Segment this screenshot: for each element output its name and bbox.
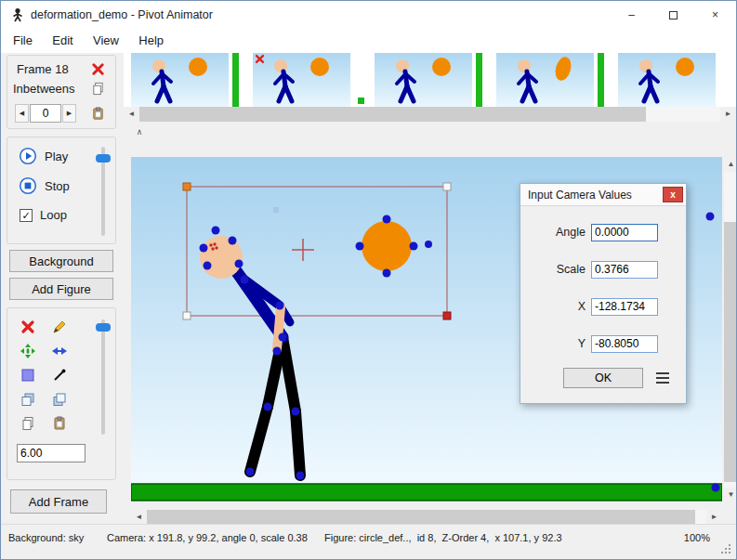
timeline-collapse-button[interactable]: ∧ (131, 127, 148, 140)
frame-group: Frame 18 Inbetweens ◀ ▶ (7, 55, 116, 129)
inbetweens-increment-button[interactable]: ▶ (62, 104, 76, 123)
delete-frame-button[interactable] (89, 60, 106, 77)
checkbox-check-icon: ✓ (20, 209, 33, 222)
loop-checkbox[interactable]: ✓ Loop (20, 208, 67, 222)
add-frame-button[interactable]: Add Frame (10, 489, 107, 514)
frame-separator (232, 53, 239, 107)
canvas-vertical-scrollbar-thumb[interactable] (724, 222, 737, 482)
paste-icon (91, 107, 105, 121)
background-button[interactable]: Background (9, 250, 113, 272)
dialog-close-button[interactable]: x (663, 187, 683, 202)
dialog-title-bar[interactable]: Input Camera Values x (520, 184, 686, 206)
raise-icon (20, 392, 35, 407)
canvas-scroll-right-button[interactable]: ► (706, 510, 722, 525)
menu-item[interactable]: View (85, 29, 127, 52)
edge-handle[interactable] (712, 484, 720, 492)
close-button[interactable]: × (694, 1, 736, 29)
move-joints-button[interactable] (17, 340, 39, 362)
speed-slider-thumb[interactable] (96, 154, 111, 163)
frame-thumbnail-image (618, 53, 716, 107)
canvas-scroll-left-button[interactable]: ◄ (131, 510, 147, 525)
app-window: deformation_demo - Pivot Animator – × Fi… (0, 0, 737, 560)
segment-tool-button[interactable] (48, 364, 71, 386)
timeline-scroll-left-button[interactable]: ◄ (124, 107, 139, 122)
inbetweens-decrement-button[interactable]: ◀ (15, 104, 29, 123)
pencil-icon (52, 319, 67, 334)
canvas-scroll-down-button[interactable]: ▼ (724, 488, 737, 502)
dialog-field-row: Y (520, 325, 686, 362)
dialog-field-input[interactable] (591, 298, 658, 316)
menu-icon[interactable] (656, 372, 669, 384)
arrow-left-icon: ◄ (128, 110, 136, 118)
maximize-button[interactable] (652, 1, 694, 29)
menu-item[interactable]: Edit (44, 29, 81, 52)
inbetweens-input[interactable] (30, 104, 61, 123)
resize-grip[interactable] (721, 544, 723, 546)
edit-figure-button[interactable] (48, 316, 71, 338)
add-figure-button[interactable]: Add Figure (9, 278, 113, 300)
menu-item[interactable]: Help (130, 29, 172, 52)
dialog-title: Input Camera Values (528, 189, 632, 202)
frame-thumbnail[interactable] (253, 53, 350, 107)
frame-timeline (124, 53, 736, 107)
thickness-input[interactable] (17, 444, 86, 462)
figure-tools-group (7, 307, 116, 480)
arrow-left-icon: ◄ (136, 513, 143, 521)
paste-figure-button[interactable] (48, 412, 71, 435)
spin-left-icon: ◀ (20, 110, 24, 116)
scale-slider-thumb[interactable] (96, 323, 111, 332)
stop-label: Stop (45, 179, 70, 193)
timeline-scrollbar[interactable]: ◄ ► (124, 107, 736, 122)
flip-arrow-icon (52, 344, 67, 358)
frame-thumbnail[interactable] (618, 53, 716, 107)
ok-button[interactable]: OK (563, 368, 643, 388)
dialog-field-input[interactable] (591, 224, 658, 241)
dialog-field-input[interactable] (591, 335, 658, 353)
frame-gap (716, 53, 736, 107)
frame-gap (229, 53, 253, 107)
play-button[interactable]: Play (19, 147, 68, 165)
timeline-cell (131, 53, 253, 107)
timeline-cell (618, 53, 736, 107)
dialog-field-input[interactable] (591, 261, 658, 279)
play-label: Play (45, 150, 68, 163)
dialog-actions: OK (520, 368, 686, 388)
minimize-icon: – (628, 8, 635, 21)
colour-button[interactable] (17, 364, 39, 386)
raise-figure-button[interactable] (17, 388, 39, 410)
frame-delete-marker-icon[interactable] (255, 54, 265, 67)
canvas-scroll-up-button[interactable]: ▲ (724, 157, 737, 172)
edge-handle[interactable] (706, 213, 715, 221)
dialog-field-label: X (520, 300, 591, 313)
playback-group: Play Stop ✓ Loop (7, 137, 116, 244)
lower-figure-button[interactable] (48, 388, 71, 410)
frame-gap (350, 53, 375, 107)
flip-figure-button[interactable] (48, 340, 71, 362)
canvas-horizontal-scrollbar-thumb[interactable] (147, 510, 695, 525)
menu-item[interactable]: File (5, 29, 41, 52)
scale-slider-track[interactable] (101, 319, 105, 435)
dialog-field-label: Angle (520, 226, 591, 239)
title-bar[interactable]: deformation_demo - Pivot Animator – × (1, 1, 736, 29)
frame-gap (472, 53, 496, 107)
close-icon: x (670, 189, 676, 200)
stop-button[interactable]: Stop (19, 176, 70, 195)
delete-figure-button[interactable] (17, 316, 39, 338)
status-figure: Figure: circle_def.., id 8, Z-Order 4, x… (324, 532, 562, 543)
status-bar: Background: sky Camera: x 191.8, y 99.2,… (1, 524, 736, 559)
paste-frame-button[interactable] (89, 105, 106, 122)
canvas-horizontal-scrollbar[interactable]: ◄ ► (131, 510, 722, 525)
frame-thumbnail[interactable] (375, 53, 472, 107)
copy-figure-button[interactable] (17, 412, 39, 435)
canvas-vertical-scrollbar[interactable]: ▲ ▼ (724, 157, 737, 502)
timeline-scroll-right-button[interactable]: ► (720, 107, 736, 122)
frame-thumbnail[interactable] (496, 53, 594, 107)
copy-frame-button[interactable] (89, 80, 106, 97)
dialog-field-label: Y (520, 337, 591, 350)
dialog-field-row: Angle (520, 214, 686, 251)
line-tool-icon (52, 368, 67, 383)
frame-thumbnail[interactable] (131, 53, 229, 107)
minimize-button[interactable]: – (611, 1, 652, 29)
timeline-scrollbar-thumb[interactable] (139, 107, 646, 122)
loop-label: Loop (40, 208, 67, 222)
